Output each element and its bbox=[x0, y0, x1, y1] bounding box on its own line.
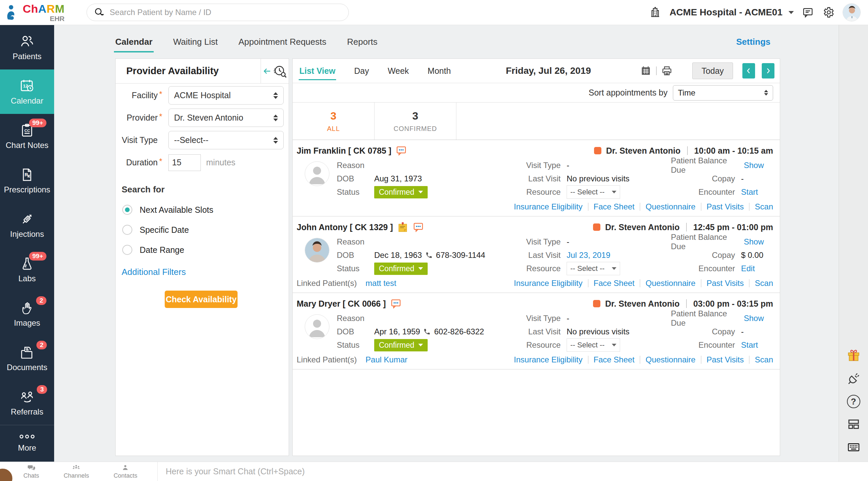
message-bubble-icon[interactable] bbox=[396, 145, 407, 156]
balance-show-link[interactable]: Show bbox=[744, 237, 773, 247]
resource-select[interactable]: -- Select -- bbox=[567, 339, 620, 352]
message-bubble-icon[interactable] bbox=[413, 222, 424, 232]
encounter-link[interactable]: Edit bbox=[741, 264, 773, 273]
sidebar-item-prescriptions[interactable]: R Prescriptions bbox=[0, 158, 54, 203]
filter-tab-all[interactable]: 3 ALL bbox=[293, 102, 375, 140]
linked-patient-link[interactable]: matt test bbox=[366, 279, 396, 288]
search-input[interactable] bbox=[110, 8, 342, 17]
status-dropdown[interactable]: Confirmed bbox=[374, 186, 428, 198]
settings-link[interactable]: Settings bbox=[736, 37, 770, 47]
sidebar-item-patients[interactable]: Patients bbox=[0, 25, 54, 69]
patient-name[interactable]: Mary Dryer [ CK 0066 ] bbox=[297, 299, 386, 309]
patient-search[interactable] bbox=[87, 4, 349, 21]
insurance-eligibility-link[interactable]: Insurance Eligibility bbox=[508, 355, 588, 364]
charm-logo[interactable]: ChARM EHR bbox=[0, 3, 64, 22]
view-tab-week[interactable]: Week bbox=[388, 66, 409, 76]
scan-link[interactable]: Scan bbox=[749, 202, 773, 212]
sidebar-item-more[interactable]: More bbox=[0, 425, 54, 460]
face-sheet-link[interactable]: Face Sheet bbox=[588, 202, 640, 212]
linked-patient-link[interactable]: Paul Kumar bbox=[366, 355, 407, 364]
messages-icon[interactable] bbox=[802, 6, 814, 19]
tab-appointment-requests[interactable]: Appointment Requests bbox=[239, 37, 327, 47]
resource-select[interactable]: -- Select -- bbox=[567, 185, 620, 199]
view-tab-list[interactable]: List View bbox=[299, 66, 335, 76]
past-visits-link[interactable]: Past Visits bbox=[701, 202, 749, 212]
balance-show-link[interactable]: Show bbox=[744, 161, 773, 170]
sidebar-item-calendar[interactable]: 12 Calendar bbox=[0, 69, 54, 114]
chats-button[interactable]: Chats bbox=[23, 464, 39, 479]
patient-avatar[interactable] bbox=[305, 314, 330, 339]
search-icon[interactable] bbox=[94, 7, 105, 18]
channels-button[interactable]: Channels bbox=[63, 464, 89, 479]
questionnaire-link[interactable]: Questionnaire bbox=[640, 355, 701, 364]
additional-filters-link[interactable]: Additional Filters bbox=[122, 267, 289, 277]
face-sheet-link[interactable]: Face Sheet bbox=[588, 355, 640, 364]
insurance-eligibility-link[interactable]: Insurance Eligibility bbox=[508, 202, 588, 212]
radio-date-range[interactable]: Date Range bbox=[122, 245, 289, 255]
scan-link[interactable]: Scan bbox=[749, 355, 773, 364]
sticky-notes-icon[interactable] bbox=[398, 221, 408, 233]
print-icon[interactable] bbox=[661, 65, 673, 76]
radio-specific-date[interactable]: Specific Date bbox=[122, 225, 289, 235]
gift-icon[interactable] bbox=[847, 349, 861, 363]
balance-show-link[interactable]: Show bbox=[744, 314, 773, 323]
patient-avatar[interactable] bbox=[305, 238, 330, 262]
face-sheet-link[interactable]: Face Sheet bbox=[588, 279, 640, 288]
availability-clock-search-icon[interactable] bbox=[273, 64, 287, 78]
sidebar-item-labs[interactable]: 99+ Labs bbox=[0, 247, 54, 292]
keyboard-icon[interactable] bbox=[847, 440, 861, 454]
patient-avatar[interactable] bbox=[305, 161, 330, 186]
insurance-eligibility-link[interactable]: Insurance Eligibility bbox=[508, 279, 588, 288]
radio-icon[interactable] bbox=[122, 225, 132, 235]
scan-link[interactable]: Scan bbox=[749, 279, 773, 288]
resource-select[interactable]: -- Select -- bbox=[567, 262, 620, 275]
view-tab-day[interactable]: Day bbox=[354, 66, 369, 76]
sidebar-item-documents[interactable]: 2 Documents bbox=[0, 336, 54, 381]
last-visit-link[interactable]: Jul 23, 2019 bbox=[567, 251, 611, 260]
past-visits-link[interactable]: Past Visits bbox=[701, 355, 749, 364]
provider-select[interactable]: Dr. Steven Antonio bbox=[168, 108, 284, 127]
help-icon[interactable]: ? bbox=[847, 395, 860, 408]
facility-switcher[interactable]: ACME Hospital - ACME01 bbox=[670, 7, 782, 18]
availability-search-tools[interactable] bbox=[260, 59, 289, 83]
past-visits-link[interactable]: Past Visits bbox=[701, 279, 749, 288]
sidebar-item-images[interactable]: 2 Images bbox=[0, 292, 54, 336]
today-button[interactable]: Today bbox=[692, 62, 733, 79]
radio-next-available-slots[interactable]: Next Available Slots bbox=[122, 205, 289, 215]
patient-name[interactable]: John Antony [ CK 1329 ] bbox=[297, 222, 393, 232]
facility-caret-icon[interactable] bbox=[788, 11, 794, 14]
check-availability-button[interactable]: Check Availability bbox=[165, 291, 238, 308]
tab-calendar[interactable]: Calendar bbox=[115, 37, 152, 47]
sort-select[interactable]: Time bbox=[673, 85, 773, 100]
previous-day-button[interactable] bbox=[742, 63, 755, 78]
status-dropdown[interactable]: Confirmed bbox=[374, 262, 428, 275]
tab-waiting-list[interactable]: Waiting List bbox=[173, 37, 217, 47]
duration-input[interactable] bbox=[168, 154, 201, 171]
message-bubble-icon[interactable] bbox=[391, 298, 401, 309]
tab-reports[interactable]: Reports bbox=[347, 37, 377, 47]
questionnaire-link[interactable]: Questionnaire bbox=[640, 279, 701, 288]
visit-type-select[interactable]: --Select-- bbox=[168, 131, 284, 149]
status-dropdown[interactable]: Confirmed bbox=[374, 339, 428, 351]
plug-icon[interactable] bbox=[847, 372, 860, 385]
collapse-arrow-icon[interactable] bbox=[262, 67, 271, 75]
radio-selected-icon[interactable] bbox=[122, 205, 132, 215]
mini-calendar-icon[interactable] bbox=[640, 65, 651, 76]
sidebar-item-injections[interactable]: Injections bbox=[0, 203, 54, 247]
sidebar-item-chart-notes[interactable]: CC 99+ Chart Notes bbox=[0, 114, 54, 158]
next-day-button[interactable] bbox=[762, 63, 774, 78]
facility-select[interactable]: ACME Hospital bbox=[168, 86, 284, 104]
patient-name[interactable]: Jim Franklin [ CK 0785 ] bbox=[297, 146, 391, 156]
user-avatar[interactable] bbox=[843, 3, 861, 21]
questionnaire-link[interactable]: Questionnaire bbox=[640, 202, 701, 212]
contacts-button[interactable]: Contacts bbox=[114, 464, 137, 479]
sidebar-item-referrals[interactable]: 3 Referrals bbox=[0, 381, 54, 425]
layout-icon[interactable] bbox=[847, 418, 860, 431]
gear-icon[interactable] bbox=[822, 6, 835, 19]
radio-icon[interactable] bbox=[122, 245, 132, 255]
encounter-link[interactable]: Start bbox=[741, 187, 773, 197]
smart-chat-placeholder[interactable]: Here is your Smart Chat (Ctrl+Space) bbox=[166, 467, 305, 476]
view-tab-month[interactable]: Month bbox=[428, 66, 451, 76]
encounter-link[interactable]: Start bbox=[741, 341, 773, 350]
filter-tab-confirmed[interactable]: 3 CONFIRMED bbox=[375, 102, 456, 140]
